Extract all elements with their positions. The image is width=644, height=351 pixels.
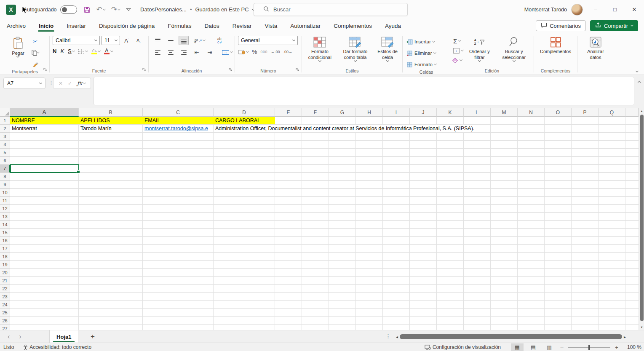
clear-button[interactable] [453, 57, 463, 64]
row-header-19[interactable]: 19 [0, 261, 10, 269]
minimize-button[interactable]: – [586, 0, 605, 19]
merge-center-button[interactable]: ↔ [222, 50, 232, 55]
row-header-8[interactable]: 8 [0, 173, 10, 181]
next-sheet-button[interactable]: › [19, 333, 21, 340]
row-header-25[interactable]: 25 [0, 309, 10, 317]
zoom-level[interactable]: 100 % [623, 344, 641, 350]
paste-button[interactable]: Pegar [9, 36, 27, 58]
add-sheet-button[interactable]: + [86, 330, 99, 343]
analyze-data-button[interactable]: Analizar datos [579, 36, 612, 62]
active-cell-A7[interactable] [10, 164, 79, 173]
row-header-17[interactable]: 17 [0, 245, 10, 253]
scroll-right-button[interactable]: ▸ [622, 335, 628, 339]
view-page-break-button[interactable]: ▥ [543, 343, 556, 351]
column-header-P[interactable]: P [572, 108, 599, 117]
column-header-J[interactable]: J [410, 108, 437, 117]
row-header-11[interactable]: 11 [0, 197, 10, 205]
share-button[interactable]: Compartir [590, 20, 638, 31]
spreadsheet-grid[interactable]: ABCDEFGHIJKLMNOPQ12345678910111213141516… [0, 108, 639, 330]
search-input[interactable]: Buscar [254, 3, 408, 16]
cancel-entry-button[interactable]: ✕ [59, 80, 63, 86]
align-top-button[interactable] [152, 36, 163, 45]
prev-sheet-button[interactable]: ‹ [8, 333, 10, 340]
font-name-combo[interactable]: Calibri [53, 36, 100, 45]
increase-indent-button[interactable]: ⇥ [205, 48, 215, 57]
redo-button[interactable]: ↷ [111, 5, 120, 14]
view-page-layout-button[interactable]: ▤ [527, 343, 540, 351]
save-icon[interactable] [84, 6, 91, 13]
tab-inicio[interactable]: Inicio [38, 20, 54, 32]
row-header-1[interactable]: 1 [0, 117, 10, 125]
format-painter-button[interactable] [30, 59, 40, 69]
row-header-26[interactable]: 26 [0, 317, 10, 325]
column-header-H[interactable]: H [356, 108, 383, 117]
fill-button[interactable]: ↓ [453, 47, 463, 54]
collapse-ribbon-button[interactable] [636, 70, 639, 72]
delete-cells-button[interactable]: Eliminar [406, 48, 436, 58]
row-header-13[interactable]: 13 [0, 213, 10, 221]
row-header-2[interactable]: 2 [0, 125, 10, 133]
autosave-toggle-off[interactable] [60, 5, 77, 14]
avatar[interactable] [571, 4, 583, 16]
customize-qat-button[interactable] [126, 8, 131, 11]
align-bottom-button[interactable] [179, 36, 189, 45]
autosave-control[interactable]: Autoguardado [24, 5, 77, 14]
bold-button[interactable]: N [53, 48, 56, 54]
column-header-I[interactable]: I [383, 108, 410, 117]
increase-font-button[interactable]: Aˆ [122, 36, 132, 45]
horizontal-scrollbar[interactable]: ◂ ▸ [394, 330, 639, 343]
underline-button[interactable]: S [68, 48, 75, 54]
font-color-button[interactable]: A [104, 48, 113, 54]
cell-C2[interactable]: montserrat.tarodo@sipsa.e [144, 125, 212, 132]
column-header-N[interactable]: N [518, 108, 545, 117]
accounting-format-button[interactable] [238, 49, 249, 55]
tab-vista[interactable]: Vista [264, 20, 278, 32]
cell-D2[interactable]: Administration Officer, Documentalist an… [215, 125, 478, 132]
row-header-6[interactable]: 6 [0, 157, 10, 165]
cell-B2[interactable]: Tarodo Marín [80, 125, 112, 132]
cell-D1[interactable]: CARGO LABORAL [215, 117, 260, 124]
scroll-down-button[interactable]: ▾ [639, 324, 644, 330]
row-header-5[interactable]: 5 [0, 149, 10, 157]
close-button[interactable]: ✕ [625, 0, 644, 19]
increase-decimal-button[interactable]: ←.00 [271, 50, 280, 54]
decrease-font-button[interactable]: Aˆ [134, 36, 144, 45]
row-header-27[interactable]: 27 [0, 325, 10, 330]
align-right-button[interactable] [179, 48, 189, 57]
formula-input[interactable] [94, 77, 634, 105]
format-as-table-button[interactable]: Dar formato como tabla [337, 36, 374, 62]
tab-archivo[interactable]: Archivo [6, 20, 27, 32]
cut-button[interactable]: ✂ [30, 37, 40, 46]
column-header-L[interactable]: L [464, 108, 491, 117]
row-header-4[interactable]: 4 [0, 141, 10, 149]
maximize-button[interactable]: □ [605, 0, 625, 19]
sort-filter-button[interactable]: AZ↓ Ordenar y filtrar [465, 36, 494, 62]
font-dialog-launcher[interactable] [142, 65, 146, 73]
confirm-entry-button[interactable]: ✓ [68, 80, 72, 86]
column-header-F[interactable]: F [302, 108, 329, 117]
column-header-K[interactable]: K [437, 108, 464, 117]
tab-disposicion[interactable]: Disposición de página [98, 20, 155, 32]
tab-ayuda[interactable]: Ayuda [384, 20, 402, 32]
column-header-O[interactable]: O [545, 108, 572, 117]
row-header-20[interactable]: 20 [0, 269, 10, 277]
insert-cells-button[interactable]: Insertar [406, 37, 435, 47]
column-header-D[interactable]: D [214, 108, 275, 117]
account-area[interactable]: Montserrat Tarodo [524, 0, 583, 19]
column-header-C[interactable]: C [143, 108, 214, 117]
format-cells-button[interactable]: Formato [406, 59, 436, 70]
cell-A1[interactable]: NOMBRE [12, 117, 35, 124]
display-settings-button[interactable]: Configuración de visualización [425, 344, 501, 350]
horizontal-scrollbar-thumb[interactable] [400, 334, 622, 339]
orientation-button[interactable]: ab↗ [193, 38, 205, 43]
column-header-B[interactable]: B [79, 108, 143, 117]
column-header-E[interactable]: E [275, 108, 302, 117]
align-center-button[interactable] [166, 48, 176, 57]
tab-insertar[interactable]: Insertar [66, 20, 87, 32]
row-header-16[interactable]: 16 [0, 237, 10, 245]
cell-styles-button[interactable]: Estilos de celda [374, 36, 401, 62]
collapse-formula-bar-button[interactable] [638, 81, 641, 84]
row-header-14[interactable]: 14 [0, 221, 10, 229]
row-header-12[interactable]: 12 [0, 205, 10, 213]
autosum-button[interactable]: Σ [453, 38, 463, 44]
